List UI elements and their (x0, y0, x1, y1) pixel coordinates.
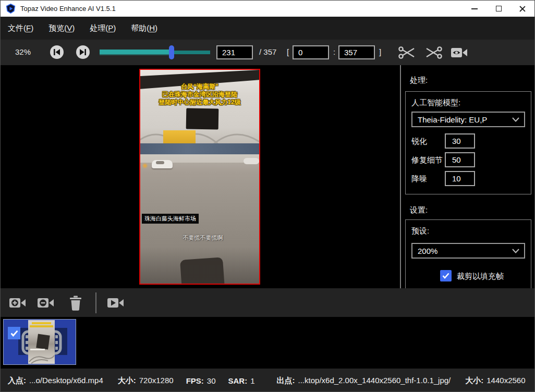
headline-line-1: 台风“海高斯” (140, 83, 259, 91)
chevron-down-icon (512, 117, 519, 122)
range-open-bracket: [ (287, 47, 289, 56)
status-out-size: 大小:1440x2560 (465, 376, 525, 386)
range-separator: : (333, 47, 335, 56)
timeline-slider[interactable] (100, 40, 210, 65)
zoom-level: 32% (15, 47, 31, 56)
checkmark-icon (10, 330, 18, 337)
slider-handle[interactable] (169, 45, 174, 59)
trash-icon (68, 295, 83, 311)
preview-camera-icon (451, 46, 468, 59)
status-in-point: 入点:...o/Desktop/x6d.mp4 (8, 376, 103, 386)
preview-speaker-shape (186, 108, 219, 129)
clip-strip (1, 317, 534, 369)
skip-to-end-button[interactable] (76, 45, 90, 59)
ai-model-label: 人工智能模型: (411, 98, 460, 108)
preset-label: 预设: (411, 226, 429, 236)
frame-total-label: / 357 (259, 47, 276, 56)
minimize-button[interactable] (463, 1, 487, 17)
panel-divider (400, 65, 401, 288)
status-in-size: 大小:720x1280 (118, 376, 174, 386)
preset-select[interactable]: 200% (411, 243, 525, 259)
clip-selected-checkbox[interactable] (8, 327, 20, 339)
crop-to-fill-label: 裁剪以填充帧 (457, 272, 504, 281)
preview-bottom-shade (140, 247, 259, 284)
status-sar: SAR:1 (228, 376, 255, 385)
skip-start-icon (53, 49, 60, 55)
crop-to-fill-checkbox[interactable] (440, 270, 452, 281)
splice-icon (424, 46, 442, 59)
current-frame-input[interactable] (216, 45, 253, 59)
maximize-button[interactable] (487, 1, 510, 17)
video-headline: 台风“海高斯” 已在珠海市金湾区沿海登陆 登陆时中心附近最大风力12级 (140, 83, 259, 106)
process-panel-title: 处理: (410, 76, 428, 85)
range-close-bracket: ] (379, 47, 381, 56)
cut-icon (398, 46, 416, 59)
denoise-input[interactable] (445, 171, 475, 186)
menu-bar: 文件(F) 预览(V) 处理(P) 帮助(H) (1, 17, 534, 40)
settings-groupbox: 预设: 200% 裁剪以填充帧 (405, 219, 531, 288)
process-video-icon (107, 296, 125, 310)
checkmark-icon (442, 273, 449, 279)
delete-clip-button[interactable] (68, 295, 83, 311)
minimize-icon (471, 8, 478, 9)
sharpen-label: 锐化 (411, 137, 427, 146)
process-video-button[interactable] (107, 296, 125, 310)
preview-car-window-shape (156, 161, 164, 164)
process-groupbox: 人工智能模型: Theia-Fidelity: EU,P 锐化 修复细节 降噪 (405, 91, 531, 194)
menu-file[interactable]: 文件(F) (8, 23, 33, 33)
restore-detail-label: 修复细节 (411, 155, 443, 165)
clip-thumbnail-selected[interactable] (3, 319, 76, 365)
ai-model-value: Theia-Fidelity: EU,P (418, 115, 487, 124)
add-video-button[interactable] (9, 296, 27, 310)
skip-end-icon (79, 49, 87, 55)
trim-end-button[interactable] (424, 46, 442, 62)
headline-line-3: 登陆时中心附近最大风力12级 (140, 99, 259, 106)
range-end-input[interactable] (338, 45, 375, 59)
menu-preview[interactable]: 预览(V) (48, 23, 75, 33)
preset-value: 200% (418, 247, 437, 255)
slider-fill (100, 51, 172, 54)
clip-toolbar (1, 288, 534, 317)
status-fps: FPS:30 (186, 376, 216, 385)
title-bar: Topaz Video Enhance AI V1.5.1 (1, 1, 534, 17)
status-bar: 入点:...o/Desktop/x6d.mp4 大小:720x1280 FPS:… (1, 369, 534, 392)
close-icon (519, 5, 526, 13)
main-area: 台风“海高斯” 已在珠海市金湾区沿海登陆 登陆时中心附近最大风力12级 珠海白藤… (1, 65, 534, 288)
range-start-input[interactable] (293, 45, 329, 59)
add-video-icon (9, 296, 27, 310)
headline-line-2: 已在珠海市金湾区沿海登陆 (140, 91, 259, 99)
remove-video-icon (37, 296, 55, 310)
preview-car2-shape (244, 158, 259, 164)
settings-panel-title: 设置: (410, 205, 428, 215)
ai-model-select[interactable]: Theia-Fidelity: EU,P (411, 112, 525, 127)
restore-detail-input[interactable] (445, 152, 475, 167)
denoise-label: 降噪 (411, 174, 427, 184)
preview-light-shape (142, 163, 148, 169)
maximize-icon (496, 6, 502, 11)
clip-mini-preview (28, 320, 55, 364)
video-preview[interactable]: 台风“海高斯” 已在珠海市金湾区沿海登陆 登陆时中心附近最大风力12级 珠海白藤… (139, 69, 260, 285)
skip-to-start-button[interactable] (50, 45, 64, 59)
menu-help[interactable]: 帮助(H) (131, 23, 157, 33)
status-out-point: 出点:...ktop/x6d_2.00x_1440x2560_thf-1.0.1… (277, 376, 451, 386)
preview-yellow-sign-shape (163, 130, 196, 144)
window-title: Topaz Video Enhance AI V1.5.1 (20, 5, 463, 13)
remove-video-button[interactable] (37, 296, 55, 310)
menu-process[interactable]: 处理(P) (90, 23, 116, 33)
chevron-down-icon (512, 249, 519, 253)
app-logo-icon (6, 4, 16, 14)
sharpen-input[interactable] (445, 133, 475, 149)
preview-button[interactable] (451, 46, 468, 62)
preview-blue-banner-shape (140, 143, 259, 154)
trim-start-button[interactable] (398, 46, 416, 62)
video-caption: 不要慌不要慌啊 (161, 234, 245, 242)
video-market-label: 珠海白藤头海鲜市场 (142, 214, 199, 224)
close-button[interactable] (510, 1, 534, 17)
playback-toolbar: 32% / 357 [ : ] (1, 40, 534, 65)
toolbar-separator (95, 292, 96, 313)
